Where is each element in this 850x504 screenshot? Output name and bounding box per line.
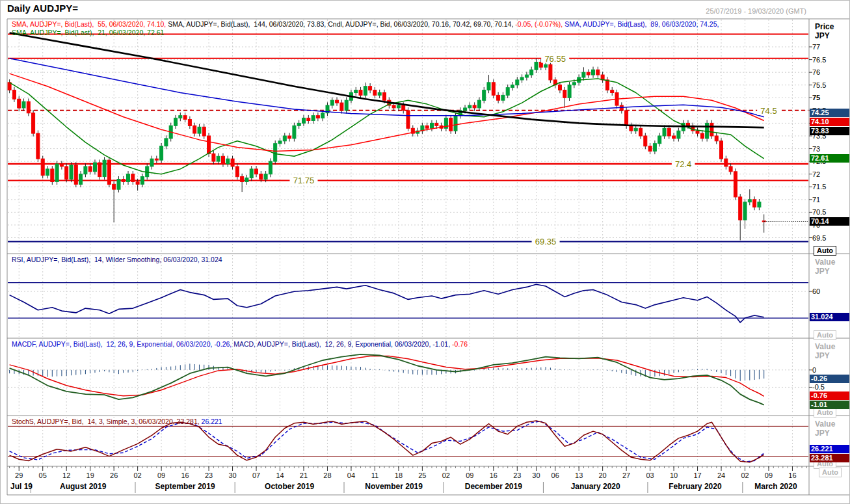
stoch-d-line [10,421,764,462]
chart-canvas[interactable]: 76.5574.572.471.7569.35 [1,1,850,504]
pane-price[interactable]: 76.5574.572.471.7569.35 [8,20,812,252]
date-range-label: 25/07/2019 - 19/03/2020 (GMT) [706,7,806,15]
chart-window: Daily AUDJPY= 25/07/2019 - 19/03/2020 (G… [0,0,850,504]
hline-label: 76.55 [544,54,566,64]
x-axis[interactable] [10,466,807,493]
pane-rsi[interactable] [8,255,812,337]
hline-label: 74.5 [760,106,777,116]
rsi-line [10,284,764,323]
hline-label: 69.35 [535,237,557,246]
sma-89-line [10,59,764,117]
macd-signal-line [10,356,764,397]
chart-title: Daily AUDJPY= [7,3,78,14]
macd-histogram [10,364,764,381]
candlestick-series [8,59,765,241]
pane-macd[interactable] [8,339,812,414]
macd-line [10,354,764,405]
pane-stoch[interactable] [8,417,808,466]
chart-frame [7,19,850,495]
hline-label: 72.4 [675,159,691,169]
hline-label: 71.75 [293,176,315,185]
